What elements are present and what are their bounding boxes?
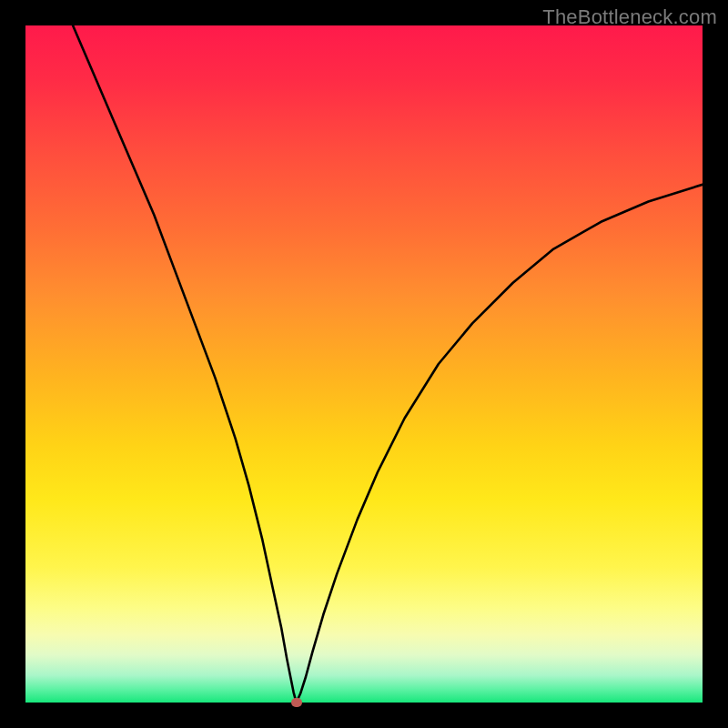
bottleneck-curve [25, 25, 703, 703]
chart-plot-area [25, 25, 703, 703]
curve-minimum-marker [291, 698, 302, 707]
chart-frame: TheBottleneck.com [0, 0, 728, 728]
